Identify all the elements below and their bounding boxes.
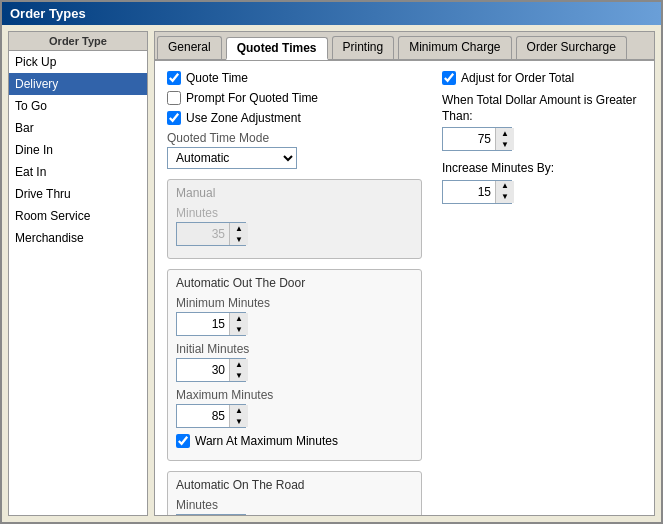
left-column: Quote Time Prompt For Quoted Time Use Zo… xyxy=(167,71,422,505)
manual-minutes-down[interactable]: ▼ xyxy=(230,234,248,245)
right-column: Adjust for Order Total When Total Dollar… xyxy=(442,71,642,505)
mode-group: Quoted Time Mode Automatic Manual xyxy=(167,131,422,169)
increase-buttons: ▲ ▼ xyxy=(495,181,513,203)
min-minutes-buttons: ▲ ▼ xyxy=(229,313,247,335)
sidebar-item-delivery[interactable]: Delivery xyxy=(9,73,147,95)
initial-minutes-buttons: ▲ ▼ xyxy=(229,359,247,381)
road-minutes-label: Minutes xyxy=(176,498,413,512)
initial-minutes-group: Initial Minutes ▲ ▼ xyxy=(176,342,413,382)
adjust-row: Adjust for Order Total xyxy=(442,71,642,85)
adjust-label: Adjust for Order Total xyxy=(461,71,574,85)
manual-minutes-buttons: ▲ ▼ xyxy=(229,223,247,245)
tab-general[interactable]: General xyxy=(157,36,222,59)
min-minutes-down[interactable]: ▼ xyxy=(230,324,248,335)
manual-minutes-label: Minutes xyxy=(176,206,413,220)
manual-section-title: Manual xyxy=(176,186,413,200)
total-up[interactable]: ▲ xyxy=(496,128,514,139)
total-buttons: ▲ ▼ xyxy=(495,128,513,150)
warn-checkbox[interactable] xyxy=(176,434,190,448)
quote-time-checkbox[interactable] xyxy=(167,71,181,85)
manual-minutes-up[interactable]: ▲ xyxy=(230,223,248,234)
main-window: Order Types Order Type Pick UpDeliveryTo… xyxy=(0,0,663,524)
order-type-list: Pick UpDeliveryTo GoBarDine InEat InDriv… xyxy=(9,51,147,515)
tab-order-surcharge[interactable]: Order Surcharge xyxy=(516,36,627,59)
sidebar-item-eat-in[interactable]: Eat In xyxy=(9,161,147,183)
zone-adjustment-label: Use Zone Adjustment xyxy=(186,111,301,125)
initial-minutes-label: Initial Minutes xyxy=(176,342,413,356)
increase-input[interactable] xyxy=(443,183,495,201)
mode-select[interactable]: Automatic Manual xyxy=(167,147,297,169)
total-group: When Total Dollar Amount is Greater Than… xyxy=(442,93,642,151)
manual-section: Manual Minutes 35 ▲ ▼ xyxy=(167,179,422,259)
zone-adjustment-checkbox[interactable] xyxy=(167,111,181,125)
tab-minimum-charge[interactable]: Minimum Charge xyxy=(398,36,511,59)
increase-group: Increase Minutes By: ▲ ▼ xyxy=(442,161,642,204)
tab-content: Quote Time Prompt For Quoted Time Use Zo… xyxy=(155,61,654,515)
sidebar-header: Order Type xyxy=(9,32,147,51)
warn-row: Warn At Maximum Minutes xyxy=(176,434,413,448)
increase-up[interactable]: ▲ xyxy=(496,181,514,192)
tab-quoted-times[interactable]: Quoted Times xyxy=(226,37,328,60)
manual-minutes-input[interactable]: 35 xyxy=(177,225,229,243)
sidebar-item-to-go[interactable]: To Go xyxy=(9,95,147,117)
warn-label: Warn At Maximum Minutes xyxy=(195,434,338,448)
prompt-checkbox[interactable] xyxy=(167,91,181,105)
min-minutes-input[interactable] xyxy=(177,315,229,333)
initial-minutes-down[interactable]: ▼ xyxy=(230,370,248,381)
sidebar-item-drive-thru[interactable]: Drive Thru xyxy=(9,183,147,205)
max-minutes-down[interactable]: ▼ xyxy=(230,416,248,427)
min-minutes-spinner: ▲ ▼ xyxy=(176,312,246,336)
prompt-label: Prompt For Quoted Time xyxy=(186,91,318,105)
quote-time-row: Quote Time xyxy=(167,71,422,85)
auto-road-section: Automatic On The Road Minutes ▲ ▼ xyxy=(167,471,422,515)
max-minutes-group: Maximum Minutes ▲ ▼ xyxy=(176,388,413,428)
right-panel: GeneralQuoted TimesPrintingMinimum Charg… xyxy=(154,31,655,516)
total-input[interactable] xyxy=(443,130,495,148)
manual-minutes-spinner: 35 ▲ ▼ xyxy=(176,222,246,246)
auto-out-section: Automatic Out The Door Minimum Minutes ▲… xyxy=(167,269,422,461)
increase-label: Increase Minutes By: xyxy=(442,161,642,177)
initial-minutes-up[interactable]: ▲ xyxy=(230,359,248,370)
prompt-row: Prompt For Quoted Time xyxy=(167,91,422,105)
sidebar-item-bar[interactable]: Bar xyxy=(9,117,147,139)
left-panel: Order Type Pick UpDeliveryTo GoBarDine I… xyxy=(8,31,148,516)
tab-printing[interactable]: Printing xyxy=(332,36,395,59)
max-minutes-label: Maximum Minutes xyxy=(176,388,413,402)
sidebar-item-dine-in[interactable]: Dine In xyxy=(9,139,147,161)
auto-road-title: Automatic On The Road xyxy=(176,478,413,492)
max-minutes-spinner: ▲ ▼ xyxy=(176,404,246,428)
min-minutes-label: Minimum Minutes xyxy=(176,296,413,310)
content-area: Order Type Pick UpDeliveryTo GoBarDine I… xyxy=(2,25,661,522)
initial-minutes-spinner: ▲ ▼ xyxy=(176,358,246,382)
title-bar: Order Types xyxy=(2,2,661,25)
zone-adjustment-row: Use Zone Adjustment xyxy=(167,111,422,125)
max-minutes-buttons: ▲ ▼ xyxy=(229,405,247,427)
total-label: When Total Dollar Amount is Greater Than… xyxy=(442,93,642,124)
quote-time-label: Quote Time xyxy=(186,71,248,85)
road-minutes-group: Minutes ▲ ▼ xyxy=(176,498,413,515)
mode-label: Quoted Time Mode xyxy=(167,131,422,145)
sidebar-item-merchandise[interactable]: Merchandise xyxy=(9,227,147,249)
max-minutes-input[interactable] xyxy=(177,407,229,425)
road-minutes-spinner: ▲ ▼ xyxy=(176,514,246,515)
adjust-checkbox[interactable] xyxy=(442,71,456,85)
auto-out-title: Automatic Out The Door xyxy=(176,276,413,290)
tab-bar: GeneralQuoted TimesPrintingMinimum Charg… xyxy=(155,32,654,61)
manual-minutes-group: Minutes 35 ▲ ▼ xyxy=(176,206,413,246)
total-spinner: ▲ ▼ xyxy=(442,127,512,151)
sidebar-item-pick-up[interactable]: Pick Up xyxy=(9,51,147,73)
total-down[interactable]: ▼ xyxy=(496,139,514,150)
min-minutes-group: Minimum Minutes ▲ ▼ xyxy=(176,296,413,336)
increase-spinner: ▲ ▼ xyxy=(442,180,512,204)
window-title: Order Types xyxy=(10,6,86,21)
increase-down[interactable]: ▼ xyxy=(496,192,514,203)
initial-minutes-input[interactable] xyxy=(177,361,229,379)
min-minutes-up[interactable]: ▲ xyxy=(230,313,248,324)
max-minutes-up[interactable]: ▲ xyxy=(230,405,248,416)
sidebar-item-room-service[interactable]: Room Service xyxy=(9,205,147,227)
